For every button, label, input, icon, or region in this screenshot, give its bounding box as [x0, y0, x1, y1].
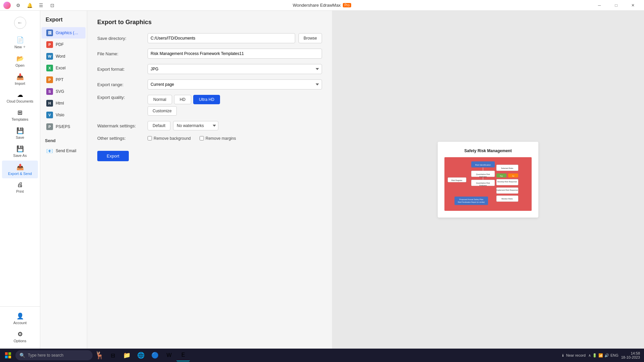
watermark-select[interactable]: No watermarks Custom watermark: [173, 121, 218, 130]
titlebar-left: ⚙ 🔔 ☰ ⊡: [3, 1, 57, 10]
avatar[interactable]: [3, 2, 11, 9]
watermark-default-button[interactable]: Default: [148, 121, 170, 130]
export-item-pdf[interactable]: P PDF: [42, 39, 86, 50]
print-icon: 🖨: [17, 181, 23, 188]
export-item-pseps[interactable]: P PS/EPS: [42, 121, 86, 132]
remove-margins-checkbox[interactable]: [200, 136, 204, 140]
quality-normal-button[interactable]: Normal: [148, 95, 172, 104]
export-button[interactable]: Export: [97, 151, 129, 161]
sidebar-item-options[interactable]: ⚙ Options: [2, 328, 38, 346]
save-directory-input[interactable]: [148, 33, 295, 43]
import-icon: 📥: [16, 73, 24, 80]
menu-icon[interactable]: ☰: [36, 1, 46, 10]
svg-rect-30: [8, 352, 11, 355]
taskbar-search[interactable]: 🔍 Type here to search: [15, 350, 93, 360]
word-icon: W: [46, 53, 53, 60]
export-sidebar-title: Export: [40, 14, 87, 27]
taskbar-right: 🌡 Near record ∧ 🔋 📶 🔊 ENG 14:58 18-10-20…: [561, 351, 643, 359]
main-content: Export to Graphics Save directory: Brows…: [87, 11, 644, 349]
sidebar-item-save[interactable]: 💾 Save: [2, 124, 38, 142]
export-format-select[interactable]: JPG PNG BMP SVG: [148, 64, 322, 74]
pseps-icon: P: [46, 123, 53, 130]
sidebar-saveas-label: Save As: [13, 154, 26, 158]
sidebar-item-account[interactable]: 👤 Account: [2, 310, 38, 327]
app-title-text: Wondershare EdrawMax: [293, 3, 341, 8]
taskbar-app-edge[interactable]: 🌐: [134, 349, 148, 361]
pro-badge: Pro: [343, 3, 352, 7]
taskbar-app-word[interactable]: W: [162, 349, 176, 361]
sidebar-templates-label: Templates: [11, 117, 28, 121]
quality-ultrahd-button[interactable]: Ultra HD: [193, 95, 220, 104]
export-item-html[interactable]: H Html: [42, 98, 86, 109]
body-area: ← 📄 New + 📂 Open 📥 I: [0, 11, 644, 349]
remove-background-text: Remove background: [154, 136, 191, 141]
excel-icon: X: [46, 65, 53, 71]
send-item-email[interactable]: 📧 Send Email: [45, 145, 82, 157]
taskbar-app-edraw[interactable]: E: [176, 349, 190, 361]
sidebar-print-label: Print: [16, 189, 24, 193]
export-excel-label: Excel: [56, 66, 65, 70]
export-item-graphics[interactable]: 🖼 Graphics (PNG, JPG e...: [42, 27, 86, 39]
sidebar-item-new[interactable]: 📄 New +: [2, 34, 38, 52]
open-icon: 📂: [16, 55, 24, 62]
sidebar-bottom: 👤 Account ⚙ Options: [0, 306, 40, 349]
sidebar-item-import[interactable]: 📥 Import: [2, 70, 38, 88]
customize-button[interactable]: Customize: [148, 106, 177, 116]
email-icon: 📧: [46, 147, 53, 154]
remove-margins-checkbox-label[interactable]: Remove margins: [200, 136, 236, 141]
preview-svg: Risk Identification Quantitative Risk An…: [444, 157, 532, 211]
sidebar-top: ← 📄 New + 📂 Open 📥 I: [0, 11, 40, 306]
tray-arrow-icon[interactable]: ∧: [588, 353, 591, 358]
taskbar-app-taskview[interactable]: ⊟: [106, 349, 119, 361]
back-circle-icon: ←: [14, 17, 26, 29]
clock[interactable]: 14:58 18-10-2023: [621, 351, 640, 359]
send-title: Send: [45, 138, 82, 143]
cloud-icon: ☁: [17, 91, 23, 99]
back-button[interactable]: ←: [0, 13, 40, 32]
export-format-row: Export format: JPG PNG BMP SVG: [97, 64, 322, 74]
export-pseps-label: PS/EPS: [56, 124, 70, 129]
close-button[interactable]: ✕: [625, 0, 641, 11]
remove-background-checkbox-label[interactable]: Remove background: [148, 136, 191, 141]
network-icon: 📶: [598, 353, 603, 358]
bell-icon[interactable]: 🔔: [25, 1, 34, 10]
ppt-icon: P: [46, 76, 53, 83]
layout-icon[interactable]: ⊡: [48, 1, 57, 10]
left-sidebar: ← 📄 New + 📂 Open 📥 I: [0, 11, 40, 349]
sidebar-new-label: New: [14, 45, 22, 49]
export-item-ppt[interactable]: P PPT: [42, 74, 86, 85]
sidebar-import-label: Import: [15, 81, 25, 85]
export-button-row: Export: [97, 147, 322, 161]
settings-icon[interactable]: ⚙: [13, 1, 23, 10]
send-section: Send 📧 Send Email: [40, 133, 87, 159]
export-item-word[interactable]: W Word: [42, 51, 86, 62]
language-text: ENG: [610, 353, 619, 357]
windows-icon: [5, 352, 11, 358]
file-name-input[interactable]: [148, 49, 322, 59]
taskbar-app-files[interactable]: 📁: [120, 349, 133, 361]
titlebar: ⚙ 🔔 ☰ ⊡ Wondershare EdrawMax Pro ─ □ ✕: [0, 0, 644, 11]
export-item-visio[interactable]: V Visio: [42, 109, 86, 121]
remove-background-checkbox[interactable]: [148, 136, 152, 140]
weather-widget[interactable]: 🌡 Near record: [561, 353, 586, 357]
remove-margins-text: Remove margins: [206, 136, 236, 141]
browse-button[interactable]: Browse: [299, 33, 322, 43]
sidebar-item-print[interactable]: 🖨 Print: [2, 179, 38, 196]
svg-rect-31: [5, 356, 8, 358]
sidebar-item-export[interactable]: 📤 Export & Send: [2, 161, 38, 178]
export-item-excel[interactable]: X Excel: [42, 62, 86, 74]
minimize-button[interactable]: ─: [592, 0, 607, 11]
export-range-select[interactable]: Current page All pages Selected objects: [148, 79, 322, 89]
export-item-svg[interactable]: S SVG: [42, 86, 86, 97]
sidebar-item-open[interactable]: 📂 Open: [2, 52, 38, 70]
sidebar-item-cloud[interactable]: ☁ Cloud Documents: [2, 88, 38, 106]
taskbar-app-chrome[interactable]: 🔵: [148, 349, 162, 361]
sidebar-item-saveas[interactable]: 💾 Save As: [2, 142, 38, 160]
thermometer-icon: 🌡: [561, 353, 565, 357]
sidebar-item-templates[interactable]: ⊞ Templates: [2, 106, 38, 124]
start-button[interactable]: [1, 349, 15, 361]
preview-area: Safety Risk Management Risk Identificati…: [332, 11, 644, 349]
maximize-button[interactable]: □: [608, 0, 624, 11]
export-pdf-label: PDF: [56, 42, 64, 47]
quality-hd-button[interactable]: HD: [174, 95, 191, 104]
